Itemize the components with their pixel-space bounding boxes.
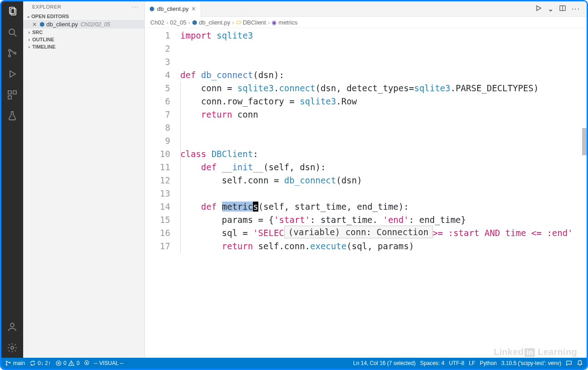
breadcrumb-part[interactable]: db_client.py	[199, 19, 230, 26]
breadcrumb-part[interactable]: metrics	[278, 19, 297, 26]
svg-point-6	[14, 52, 16, 54]
bell-icon[interactable]	[577, 360, 583, 366]
open-file-name: db_client.py	[46, 21, 78, 28]
svg-point-12	[11, 346, 14, 349]
activity-bar	[1, 1, 23, 358]
cursor-position[interactable]: Ln 14, Col 16 (7 selected)	[353, 360, 415, 366]
python-file-icon: ⬢	[149, 5, 154, 12]
svg-rect-0	[10, 7, 15, 14]
svg-point-5	[9, 55, 10, 57]
svg-marker-7	[10, 71, 15, 77]
open-file-path: Ch02/02_05	[80, 21, 110, 28]
beaker-icon[interactable]	[7, 110, 18, 121]
breadcrumb-part[interactable]: Ch02	[150, 19, 164, 26]
sidebar-item-src[interactable]: › SRC	[23, 29, 144, 36]
git-sync[interactable]: 0↓ 2↑	[30, 360, 51, 366]
chevron-right-icon: ›	[26, 30, 32, 35]
python-file-icon: ⬢	[192, 19, 197, 26]
breadcrumbs[interactable]: Ch02› 02_05› ⬢ db_client.py› ⬭ DBClient›…	[145, 17, 587, 28]
svg-line-3	[14, 34, 16, 36]
svg-marker-13	[537, 5, 541, 10]
class-icon: ⬭	[236, 19, 241, 26]
method-icon: ◉	[272, 19, 277, 26]
settings-gear-icon[interactable]	[7, 342, 18, 353]
eol[interactable]: LF	[469, 360, 475, 366]
scrollbar-thumb[interactable]	[582, 128, 587, 155]
sidebar-item-label: SRC	[32, 30, 43, 35]
svg-rect-10	[8, 96, 11, 99]
open-editors-section[interactable]: ⌄ OPEN EDITORS	[23, 12, 144, 20]
svg-point-2	[9, 29, 15, 35]
svg-rect-9	[13, 91, 16, 94]
python-file-icon: ⬢	[40, 21, 44, 28]
tab-bar: ⬢ db_client.py ✕ ⌄ ···	[145, 1, 587, 17]
open-editor-item[interactable]: ✕ ⬢ db_client.py Ch02/02_05	[23, 20, 144, 29]
svg-point-16	[6, 361, 7, 362]
editor-area: ⬢ db_client.py ✕ ⌄ ··· Ch02› 02_05› ⬢ db…	[145, 1, 587, 358]
vim-indicator[interactable]: ⦿	[84, 360, 89, 366]
sync-status: 0↓ 2↑	[38, 360, 51, 366]
svg-point-17	[6, 364, 7, 365]
close-icon[interactable]: ✕	[32, 21, 37, 28]
encoding[interactable]: UTF-8	[449, 360, 464, 366]
breadcrumb-part[interactable]: DBClient	[243, 19, 266, 26]
svg-point-18	[9, 362, 10, 363]
chevron-down-icon[interactable]: ⌄	[548, 5, 553, 13]
extensions-icon[interactable]	[7, 89, 18, 100]
python-interpreter[interactable]: 3.10.5 ('scipy-test': venv)	[501, 360, 561, 366]
code-editor[interactable]: 1234567891011121314151617 import sqlite3…	[145, 28, 587, 358]
chevron-down-icon: ⌄	[25, 13, 31, 19]
vim-mode: -- VISUAL --	[94, 360, 124, 366]
indentation[interactable]: Spaces: 4	[420, 360, 444, 366]
status-bar: main 0↓ 2↑ 0 0 ⦿ -- VISUAL -- Ln 14, Col…	[1, 358, 587, 369]
tab-label: db_client.py	[157, 5, 188, 12]
breadcrumb-part[interactable]: 02_05	[170, 19, 186, 26]
svg-point-23	[71, 365, 72, 365]
run-debug-icon[interactable]	[7, 69, 18, 79]
code-content[interactable]: import sqlite3def db_connect(dsn): conn …	[180, 28, 587, 358]
hover-tooltip: (variable) conn: Connection	[284, 226, 433, 238]
open-editors-label: OPEN EDITORS	[31, 14, 69, 19]
explorer-title: EXPLORER	[32, 4, 61, 10]
files-icon[interactable]	[7, 6, 18, 17]
tab-db-client[interactable]: ⬢ db_client.py ✕	[145, 1, 201, 17]
svg-rect-1	[11, 9, 16, 15]
chevron-right-icon: ›	[26, 37, 32, 42]
sidebar-item-label: TIMELINE	[32, 44, 55, 49]
sidebar-item-label: OUTLINE	[32, 37, 54, 42]
svg-rect-8	[8, 91, 11, 94]
scrollbar[interactable]	[582, 28, 587, 358]
problems[interactable]: 0 0	[55, 360, 79, 366]
error-count: 0	[64, 360, 67, 366]
account-icon[interactable]	[7, 321, 18, 332]
git-branch[interactable]: main	[5, 360, 25, 366]
sidebar-item-outline[interactable]: › OUTLINE	[23, 36, 144, 43]
feedback-icon[interactable]	[566, 360, 572, 366]
svg-point-11	[10, 323, 14, 327]
line-gutter: 1234567891011121314151617	[145, 28, 180, 358]
close-icon[interactable]: ✕	[191, 5, 196, 12]
source-control-icon[interactable]	[7, 48, 18, 59]
run-icon[interactable]	[535, 5, 542, 14]
branch-name: main	[13, 360, 25, 366]
sidebar-item-timeline[interactable]: › TIMELINE	[23, 43, 144, 50]
more-icon[interactable]: ···	[572, 5, 580, 13]
search-icon[interactable]	[7, 27, 18, 38]
explorer-sidebar: EXPLORER ··· ⌄ OPEN EDITORS ✕ ⬢ db_clien…	[23, 1, 145, 358]
chevron-right-icon: ›	[26, 44, 32, 49]
more-icon[interactable]: ···	[132, 4, 139, 10]
language-mode[interactable]: Python	[480, 360, 497, 366]
split-editor-icon[interactable]	[559, 5, 566, 14]
warning-count: 0	[76, 360, 79, 366]
svg-point-4	[9, 49, 10, 51]
